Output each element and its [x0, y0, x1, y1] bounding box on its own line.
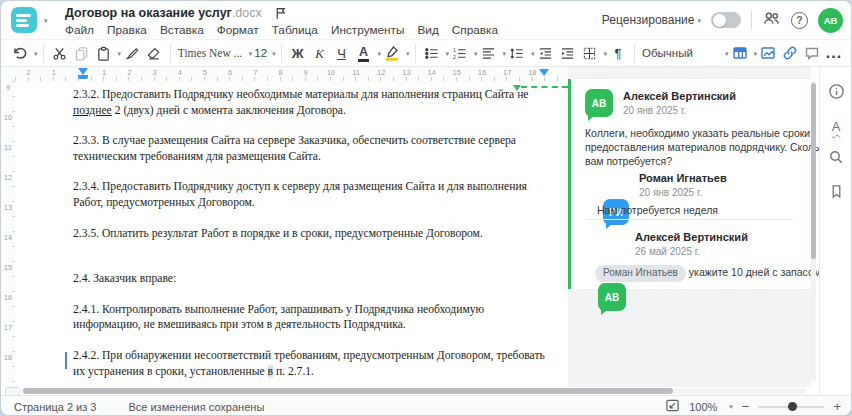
numbered-list-button[interactable]: 12 — [449, 41, 471, 65]
ruler-number: 5 — [192, 67, 217, 78]
scrollbar-thumb[interactable] — [23, 388, 673, 394]
zoom-slider[interactable] — [758, 406, 824, 408]
borders-button[interactable] — [578, 41, 600, 65]
decrease-indent-button[interactable] — [534, 41, 556, 65]
app-logo-icon[interactable] — [11, 7, 37, 33]
zoom-out-button[interactable]: − — [742, 400, 750, 413]
app-menu-chevron-down-icon[interactable]: ▾ — [44, 17, 48, 24]
ruler-number: 18 — [1, 352, 15, 382]
comment-text: Нам потребуется неделя — [597, 203, 718, 217]
ruler-number: 1 — [92, 67, 117, 78]
header: ▾ Договор на оказание услуг.docx ФайлПра… — [1, 1, 852, 39]
paragraph-marks-button[interactable]: ¶ — [607, 41, 629, 65]
ruler-number: 12 — [1, 172, 15, 202]
menu-item[interactable]: Формат — [217, 23, 259, 37]
indent-marker[interactable] — [78, 68, 88, 75]
collaboration-icon[interactable] — [762, 10, 781, 31]
zoom-slider-knob[interactable] — [788, 402, 797, 411]
menu-item[interactable]: Инструменты — [331, 23, 405, 37]
ruler-number: 6 — [218, 67, 243, 78]
search-icon[interactable] — [828, 149, 844, 169]
info-icon[interactable] — [828, 83, 845, 104]
comment-avatar: АВ — [598, 283, 626, 311]
user-avatar[interactable]: АВ — [818, 8, 843, 33]
comment-thread[interactable]: АВ Алексей Вертинский 20 янв 2025 г. Кол… — [568, 79, 811, 289]
fit-width-icon[interactable] — [665, 398, 680, 415]
document-page[interactable]: 2.3.2. Предоставить Подрядчику необходим… — [15, 81, 568, 387]
zoom-chevron-icon[interactable]: ▾ — [729, 403, 733, 410]
comment-connector-line — [521, 86, 568, 88]
menu-item[interactable]: Правка — [107, 23, 147, 37]
ruler-number: 2 — [16, 67, 41, 78]
insert-table-button[interactable] — [729, 41, 751, 65]
review-mode-dropdown[interactable]: Рецензирование▾ — [602, 13, 701, 27]
indent-marker-base[interactable] — [78, 75, 88, 79]
ruler-number: 9 — [1, 82, 15, 112]
menu-item[interactable]: Справка — [452, 23, 498, 37]
menu-item[interactable]: Вставка — [160, 23, 204, 37]
bullet-list-button[interactable] — [420, 41, 442, 65]
italic-button[interactable]: К — [309, 41, 331, 65]
undo-button[interactable] — [9, 41, 31, 65]
scrollbar-thumb[interactable] — [811, 83, 816, 259]
format-painter-button[interactable] — [121, 41, 143, 65]
comment-text: Роман Игнатьев укажите 10 дней с запасом — [595, 265, 821, 282]
spellcheck-icon[interactable]: А — [832, 119, 841, 134]
ruler-number: 10 — [318, 67, 343, 78]
paragraph-2-4-2: 2.4.2. При обнаружении несоответствий тр… — [73, 348, 568, 379]
undo-history-chevron-icon[interactable]: ▾ — [34, 50, 38, 57]
underline-button[interactable]: Ч — [331, 41, 353, 65]
clear-style-eraser-button[interactable] — [143, 41, 165, 65]
ruler-number: 16 — [469, 67, 494, 78]
bold-button[interactable]: Ж — [287, 41, 309, 65]
ruler-number: 16 — [1, 292, 15, 322]
menu-item[interactable]: Вид — [417, 23, 438, 37]
zoom-in-button[interactable]: + — [833, 400, 841, 413]
ruler-number: 3 — [142, 67, 167, 78]
ruler-number: 12 — [369, 67, 394, 78]
insert-link-button[interactable] — [779, 41, 801, 65]
right-sidebar: А — [819, 67, 852, 395]
svg-text:1: 1 — [453, 46, 456, 52]
more-tools-button[interactable]: ... — [823, 41, 845, 65]
font-color-button[interactable]: А — [359, 45, 368, 62]
menu-item[interactable]: Файл — [65, 23, 94, 37]
right-indent-marker[interactable] — [539, 69, 549, 76]
font-family-select[interactable]: Times New ... — [176, 47, 246, 59]
copy-button[interactable] — [70, 41, 92, 65]
review-toggle[interactable] — [711, 12, 741, 28]
document-title-text: Договор на оказание услуг — [65, 6, 232, 20]
increase-indent-button[interactable] — [556, 41, 578, 65]
align-button[interactable] — [477, 41, 499, 65]
comment-author: Роман Игнатьев — [639, 172, 727, 185]
help-icon[interactable]: ? — [791, 12, 808, 29]
insert-image-button[interactable] — [757, 41, 779, 65]
paragraph-2-4-1: 2.4.1. Контролировать выполнение Работ, … — [73, 302, 568, 333]
header-right: Рецензирование▾ ? АВ — [602, 1, 843, 39]
mention-pill[interactable]: Роман Игнатьев — [595, 265, 686, 282]
highlight-color-button[interactable] — [381, 41, 403, 65]
ruler-number: 13 — [394, 67, 419, 78]
cut-button[interactable] — [48, 41, 70, 65]
highlight-color-chevron-icon[interactable]: ▾ — [406, 50, 410, 57]
ruler-number: 17 — [1, 322, 15, 352]
line-spacing-button[interactable] — [506, 41, 528, 65]
font-size-select[interactable]: 12 — [252, 47, 269, 59]
vertical-scrollbar[interactable] — [811, 81, 816, 381]
inserted-text: позднее — [73, 104, 112, 117]
paste-button[interactable] — [92, 41, 114, 65]
ruler-number: 14 — [419, 67, 444, 78]
zoom-level-select[interactable]: 100% — [689, 401, 717, 413]
insert-comment-button[interactable] — [801, 41, 823, 65]
font-size-chevron-icon[interactable]: ▾ — [272, 50, 276, 57]
svg-text:2: 2 — [453, 54, 456, 60]
flag-icon[interactable] — [274, 6, 287, 20]
ruler-number: 15 — [1, 262, 15, 292]
bookmark-icon[interactable] — [829, 184, 844, 203]
app-window: ▾ Договор на оказание услуг.docx ФайлПра… — [0, 0, 852, 416]
menu-item[interactable]: Таблица — [272, 23, 318, 37]
horizontal-scrollbar[interactable] — [15, 388, 807, 394]
style-chevron-icon[interactable]: ▾ — [725, 50, 729, 57]
paragraph-style-select[interactable]: Обычный — [640, 47, 722, 59]
document-extension: .docx — [232, 6, 262, 20]
